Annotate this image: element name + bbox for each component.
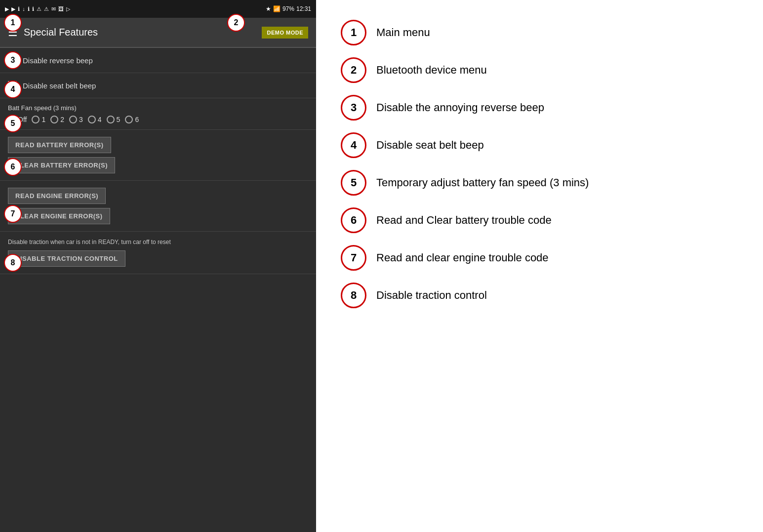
reverse-beep-label: Disable reverse beep <box>23 56 93 65</box>
radio-6-label: 6 <box>135 116 139 123</box>
annotation-text-1: Main menu <box>376 26 430 39</box>
radio-3-circle <box>69 116 77 123</box>
badge-7: 7 <box>4 205 22 223</box>
demo-mode-button[interactable]: DEMO MODE <box>262 27 308 39</box>
annotation-panel: 1 Main menu 2 Bluetooth device menu 3 Di… <box>316 0 763 532</box>
radio-1-label: 1 <box>41 116 45 123</box>
fan-speed-section: Batt Fan speed (3 mins) Off 1 2 <box>0 98 316 130</box>
fan-speed-2[interactable]: 2 <box>50 116 64 123</box>
disable-traction-button[interactable]: DISABLE TRACTION CONTROL <box>8 250 125 267</box>
annotation-circle-6: 6 <box>341 207 366 233</box>
annotation-circle-4: 4 <box>341 132 366 158</box>
device-panel: ▶ ▶ ℹ ↓ ℹ ℹ ⚠ ⚠ ✉ 🖼 ▷ ★ 📶 97% 12:31 ☰ Sp… <box>0 0 316 532</box>
fan-speed-6[interactable]: 6 <box>125 116 139 123</box>
status-bar: ▶ ▶ ℹ ↓ ℹ ℹ ⚠ ⚠ ✉ 🖼 ▷ ★ 📶 97% 12:31 <box>0 0 316 18</box>
clear-battery-errors-button[interactable]: CLEAR BATTERY ERROR(S) <box>8 157 115 173</box>
content-area: Disable reverse beep Disable seat belt b… <box>0 48 316 532</box>
clock: 12:31 <box>296 5 311 12</box>
annotation-text-6: Read and Clear battery trouble code <box>376 214 552 227</box>
badge-3: 3 <box>4 51 22 69</box>
annotation-item-3: 3 Disable the annoying reverse beep <box>341 95 738 121</box>
status-icons: ▶ ▶ ℹ ↓ ℹ ℹ ⚠ ⚠ ✉ 🖼 ▷ <box>5 6 71 12</box>
annotation-text-4: Disable seat belt beep <box>376 139 484 152</box>
annotation-item-2: 2 Bluetooth device menu <box>341 57 738 83</box>
fan-speed-radio-group: Off 1 2 3 4 <box>8 116 308 123</box>
fan-speed-1[interactable]: 1 <box>32 116 45 123</box>
annotation-circle-1: 1 <box>341 20 366 45</box>
annotation-item-1: 1 Main menu <box>341 20 738 45</box>
app-bar: ☰ Special Features DEMO MODE <box>0 18 316 47</box>
read-engine-errors-button[interactable]: READ ENGINE ERROR(S) <box>8 188 106 204</box>
badge-5: 5 <box>4 115 22 132</box>
bluetooth-icon: ★ <box>266 5 271 12</box>
radio-2-label: 2 <box>60 116 64 123</box>
badge-2: 2 <box>227 14 245 32</box>
annotation-circle-8: 8 <box>341 283 366 308</box>
radio-2-circle <box>50 116 58 123</box>
annotation-text-2: Bluetooth device menu <box>376 64 487 77</box>
annotation-item-4: 4 Disable seat belt beep <box>341 132 738 158</box>
badge-6: 6 <box>4 158 22 176</box>
annotation-item-6: 6 Read and Clear battery trouble code <box>341 207 738 233</box>
annotation-circle-7: 7 <box>341 245 366 271</box>
fan-speed-5[interactable]: 5 <box>107 116 120 123</box>
status-bar-left-icons: ▶ ▶ ℹ ↓ ℹ ℹ ⚠ ⚠ ✉ 🖼 ▷ <box>5 6 71 12</box>
radio-4-label: 4 <box>98 116 102 123</box>
annotation-item-8: 8 Disable traction control <box>341 283 738 308</box>
reverse-beep-row: Disable reverse beep <box>0 48 316 73</box>
traction-section: Disable traction when car is not in READ… <box>0 232 316 274</box>
annotation-circle-3: 3 <box>341 95 366 121</box>
traction-warning-text: Disable traction when car is not in READ… <box>8 239 308 246</box>
annotation-circle-5: 5 <box>341 170 366 196</box>
battery-level: 97% <box>282 5 294 12</box>
seatbelt-beep-row: Disable seat belt beep <box>0 73 316 98</box>
radio-5-label: 5 <box>117 116 120 123</box>
badge-4: 4 <box>4 81 22 98</box>
seatbelt-beep-label: Disable seat belt beep <box>23 82 96 90</box>
radio-4-circle <box>88 116 96 123</box>
annotation-text-3: Disable the annoying reverse beep <box>376 101 544 114</box>
read-battery-errors-button[interactable]: READ BATTERY ERROR(S) <box>8 137 111 153</box>
badge-1: 1 <box>4 14 22 32</box>
android-screen: ▶ ▶ ℹ ↓ ℹ ℹ ⚠ ⚠ ✉ 🖼 ▷ ★ 📶 97% 12:31 ☰ Sp… <box>0 0 316 532</box>
wifi-icon: 📶 <box>273 5 281 12</box>
status-bar-right: ★ 📶 97% 12:31 <box>266 5 311 12</box>
annotation-circle-2: 2 <box>341 57 366 83</box>
annotation-text-7: Read and clear engine trouble code <box>376 251 549 264</box>
radio-5-circle <box>107 116 115 123</box>
clear-engine-errors-button[interactable]: CLEAR ENGINE ERROR(S) <box>8 208 110 224</box>
app-title: Special Features <box>24 27 262 38</box>
annotation-text-8: Disable traction control <box>376 289 487 302</box>
radio-3-label: 3 <box>79 116 83 123</box>
fan-speed-title: Batt Fan speed (3 mins) <box>8 104 308 112</box>
fan-speed-3[interactable]: 3 <box>69 116 83 123</box>
engine-button-section: READ ENGINE ERROR(S) CLEAR ENGINE ERROR(… <box>0 181 316 232</box>
annotation-text-5: Temporary adjust battery fan speed (3 mi… <box>376 176 589 189</box>
radio-1-circle <box>32 116 40 123</box>
annotation-item-7: 7 Read and clear engine trouble code <box>341 245 738 271</box>
fan-speed-4[interactable]: 4 <box>88 116 102 123</box>
annotation-item-5: 5 Temporary adjust battery fan speed (3 … <box>341 170 738 196</box>
battery-button-section: READ BATTERY ERROR(S) CLEAR BATTERY ERRO… <box>0 130 316 181</box>
badge-8: 8 <box>4 254 22 272</box>
radio-6-circle <box>125 116 133 123</box>
